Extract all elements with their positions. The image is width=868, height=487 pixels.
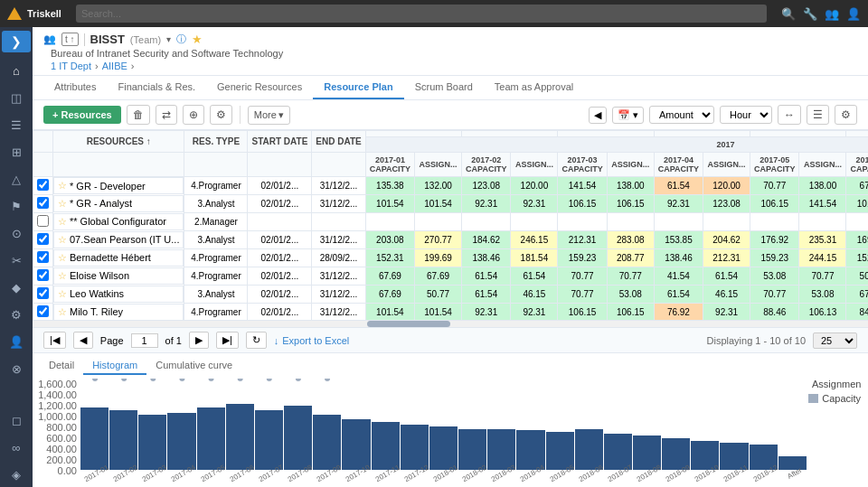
row-checkbox[interactable]: [37, 251, 49, 263]
table-settings[interactable]: ⚙: [835, 105, 857, 125]
tab-detail[interactable]: Detail: [40, 357, 83, 375]
row-checkbox[interactable]: [37, 215, 49, 227]
th-asgn-01: ASSIGN...: [415, 153, 462, 177]
tools-icon[interactable]: 🔧: [803, 7, 817, 21]
tab-attributes[interactable]: Attributes: [43, 76, 107, 99]
chart-main: 2017-012017-022017-032017-042017-052017-…: [80, 379, 861, 482]
view-toggle[interactable]: ☰: [807, 105, 829, 125]
amount-select[interactable]: Amount: [649, 106, 714, 124]
row-checkbox[interactable]: [37, 179, 49, 191]
row-checkbox-cell[interactable]: [33, 286, 53, 304]
prev-page-button[interactable]: ◀: [73, 332, 93, 349]
sidebar-item-b3[interactable]: ◈: [2, 462, 31, 487]
row-star[interactable]: ☆: [58, 306, 67, 318]
export-button[interactable]: ↓ Export to Excel: [274, 335, 349, 346]
row-checkbox-cell[interactable]: [33, 195, 53, 213]
sidebar-item-b2[interactable]: ∞: [2, 435, 31, 460]
next-page-button[interactable]: ▶: [189, 332, 209, 349]
row-data-cell: 132.00: [415, 177, 462, 195]
prev-period-button[interactable]: ◀: [589, 107, 607, 124]
row-checkbox-cell[interactable]: [33, 213, 53, 231]
row-start-cell: 02/01/2...: [248, 267, 312, 286]
breadcrumb-arrow-1: ›: [95, 61, 99, 71]
users-icon[interactable]: 👥: [825, 7, 839, 21]
tab-financials[interactable]: Financials & Res.: [107, 76, 206, 99]
page-input[interactable]: [131, 333, 158, 348]
row-data-cell: 106.13: [799, 304, 846, 321]
tab-cumulative[interactable]: Cumulative curve: [146, 357, 241, 375]
team-dropdown-icon[interactable]: ▾: [166, 34, 171, 44]
row-checkbox-cell[interactable]: [33, 249, 53, 267]
width-toggle[interactable]: ↔: [778, 105, 801, 125]
back-nav[interactable]: t ↑: [61, 33, 79, 46]
row-checkbox[interactable]: [37, 269, 49, 281]
row-checkbox[interactable]: [37, 197, 49, 209]
sidebar-item-person[interactable]: 👤: [2, 329, 31, 354]
row-star[interactable]: ☆: [58, 216, 67, 228]
row-star[interactable]: ☆: [58, 234, 67, 246]
more-button[interactable]: More ▾: [248, 106, 290, 125]
row-checkbox-cell[interactable]: [33, 304, 53, 321]
row-checkbox-cell[interactable]: [33, 231, 53, 249]
row-star[interactable]: ☆: [58, 270, 67, 282]
row-checkbox[interactable]: [37, 305, 49, 317]
sidebar-item-home[interactable]: ⌂: [2, 58, 31, 83]
sidebar-item-list[interactable]: ☰: [2, 112, 31, 137]
histogram-bar: [197, 407, 225, 470]
sidebar-nav-toggle[interactable]: ❯: [2, 31, 31, 52]
row-star[interactable]: ☆: [58, 198, 67, 210]
sidebar-item-gear[interactable]: ⚙: [2, 302, 31, 327]
search-icon[interactable]: 🔍: [781, 7, 796, 21]
delete-button[interactable]: 🗑: [127, 105, 150, 125]
per-page-select[interactable]: 25 50 100: [813, 332, 857, 349]
sidebar-item-layers[interactable]: ⊗: [2, 356, 31, 381]
calendar-button[interactable]: 📅 ▾: [612, 107, 644, 124]
last-page-button[interactable]: ▶|: [216, 332, 239, 349]
sidebar-item-portfolio[interactable]: ◫: [2, 85, 31, 110]
row-star[interactable]: ☆: [58, 288, 67, 300]
row-checkbox-cell[interactable]: [33, 267, 53, 286]
sidebar-item-grid[interactable]: ⊞: [2, 139, 31, 164]
tab-generic[interactable]: Generic Resources: [206, 76, 313, 99]
config-button[interactable]: ⚙: [210, 105, 232, 125]
tab-histogram[interactable]: Histogram: [83, 357, 146, 375]
hour-select[interactable]: Hour: [720, 106, 772, 124]
sidebar-item-tools[interactable]: ✂: [2, 248, 31, 273]
sidebar-item-b1[interactable]: ◻: [2, 407, 31, 433]
row-star[interactable]: ☆: [58, 252, 67, 264]
y-axis: 1,600.00 1,400.00 1,200.00 1,000.00 800.…: [40, 379, 80, 482]
row-data-cell: 152.31: [365, 249, 414, 267]
add-button[interactable]: ⊕: [183, 105, 204, 125]
user-icon[interactable]: 👤: [846, 7, 861, 21]
breadcrumb-link-1[interactable]: 1 IT Dept: [51, 61, 91, 71]
th-2017-06: [846, 131, 868, 137]
y-label-5: 1,200.00: [38, 400, 77, 411]
row-data-cell: 61.54: [654, 286, 703, 304]
sidebar-item-diamond[interactable]: ◆: [2, 275, 31, 300]
row-checkbox[interactable]: [37, 233, 49, 245]
info-icon[interactable]: ⓘ: [176, 33, 186, 46]
sidebar-item-chart[interactable]: △: [2, 166, 31, 192]
th-asgn-02: ASSIGN...: [511, 153, 558, 177]
star-icon[interactable]: ★: [192, 33, 203, 46]
first-page-button[interactable]: |◀: [43, 332, 66, 349]
sidebar-item-settings[interactable]: ⊙: [2, 220, 31, 246]
search-area[interactable]: [76, 5, 767, 23]
refresh-button[interactable]: ↻: [246, 332, 267, 349]
row-checkbox[interactable]: [37, 287, 49, 299]
th-cap-02: 2017-02CAPACITY: [462, 153, 511, 177]
horizontal-scrollbar[interactable]: [33, 320, 868, 327]
resources-button[interactable]: + Resources: [43, 106, 121, 124]
move-button[interactable]: ⇄: [156, 105, 177, 125]
row-star[interactable]: ☆: [58, 180, 67, 192]
th-cap-06: 2017-06CAPACITY: [846, 153, 868, 177]
row-checkbox-cell[interactable]: [33, 177, 53, 195]
tab-team-approval[interactable]: Team as Approval: [484, 76, 584, 99]
tab-resource-plan[interactable]: Resource Plan: [313, 76, 403, 99]
breadcrumb-link-2[interactable]: AIIBE: [102, 61, 127, 71]
scroll-thumb[interactable]: [367, 321, 450, 327]
row-type-cell: 4.Programer: [184, 267, 248, 286]
search-input[interactable]: [76, 5, 767, 23]
tab-scrum[interactable]: Scrum Board: [404, 76, 484, 99]
sidebar-item-flag[interactable]: ⚑: [2, 193, 31, 219]
